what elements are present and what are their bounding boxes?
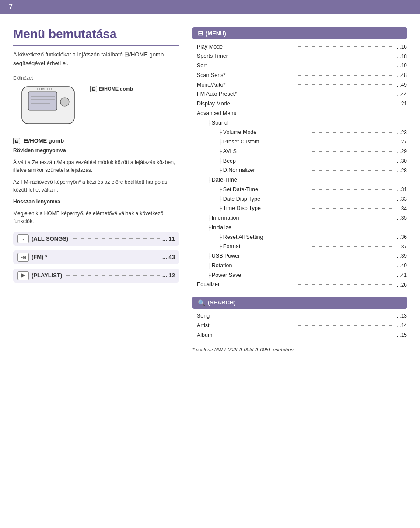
tree-page: ...27 xyxy=(397,138,407,146)
tree-label: Date Disp Type xyxy=(223,195,308,203)
menu-item-fm: FM (FM) * ... 43 xyxy=(13,250,179,264)
tree-page: ...37 xyxy=(397,243,407,251)
tree-dots xyxy=(297,75,395,76)
tree-label: Time Disp Type xyxy=(223,204,308,213)
tree-dots xyxy=(310,170,395,171)
tree-dots xyxy=(297,104,395,104)
tree-item: ├ Time Disp Type...34 xyxy=(196,204,407,213)
tree-item: ├ Set Date-Time...31 xyxy=(196,185,407,194)
tree-label: Power Save xyxy=(212,271,302,280)
tree-label: AVLS xyxy=(223,147,308,156)
tree-dots xyxy=(297,46,395,47)
tree-connector: ├ xyxy=(219,243,222,250)
tree-page: ...39 xyxy=(397,252,407,260)
tree-label: Artist xyxy=(197,322,295,330)
tree-dots xyxy=(310,189,395,190)
tree-connector: ├ xyxy=(207,176,211,184)
menu-section-header: ⊟ (MENU) xyxy=(192,27,407,39)
all-songs-icon: ♩ xyxy=(18,234,29,243)
tree-dots xyxy=(304,266,395,266)
tree-label: Song xyxy=(197,312,295,320)
tree-item: ├ Initialize xyxy=(196,223,407,232)
tree-connector: ├ xyxy=(207,252,211,260)
tree-label: Album xyxy=(197,331,295,339)
playlist-label: (PLAYLIST) xyxy=(32,272,62,279)
main-title: Menü bemutatása xyxy=(13,27,179,46)
tree-item: Sports Timer...18 xyxy=(196,52,407,61)
tree-page: ...13 xyxy=(397,312,407,320)
tree-page: ...19 xyxy=(397,62,407,70)
home-desc-short-title: Röviden megnyomva xyxy=(13,147,179,155)
tree-connector: ├ xyxy=(219,157,222,165)
page-number: 7 xyxy=(9,3,13,11)
tree-label: Play Mode xyxy=(197,43,295,51)
tree-page: ...16 xyxy=(397,43,407,51)
tree-connector: ├ xyxy=(219,167,222,174)
tree-dots xyxy=(297,316,395,316)
tree-label: Display Mode xyxy=(197,100,295,108)
tree-page: ...41 xyxy=(397,271,407,279)
svg-point-5 xyxy=(60,98,69,106)
tree-label: Sort xyxy=(197,62,295,70)
tree-dots xyxy=(310,237,395,237)
tree-label: Information xyxy=(212,214,302,222)
fm-dots xyxy=(50,257,160,257)
tree-page: ...49 xyxy=(397,81,407,89)
search-header-icon: 🔍 xyxy=(198,299,205,306)
tree-label: Initialize xyxy=(212,224,407,232)
menu-header-label: (MENU) xyxy=(206,30,226,37)
tree-dots xyxy=(297,84,395,85)
tree-connector: ├ xyxy=(219,138,222,146)
device-label: Elölnézet xyxy=(13,75,179,80)
svg-text:HOME CD: HOME CD xyxy=(37,87,52,91)
tree-page: ...33 xyxy=(397,195,407,203)
tree-page: ...15 xyxy=(397,331,407,339)
tree-connector: ├ xyxy=(207,272,211,279)
tree-item: ├ Preset Custom...27 xyxy=(196,137,407,147)
tree-dots xyxy=(297,325,395,326)
home-desc-short-text: Átvált a Zeneszám/Mappa vezérlési módok … xyxy=(13,158,179,175)
tree-page: ...29 xyxy=(397,147,407,155)
tree-item: ├ Information...35 xyxy=(196,213,407,223)
tree-label: Reset All Setting xyxy=(223,233,308,241)
tree-page: ...14 xyxy=(397,322,407,329)
tree-dots xyxy=(310,246,395,247)
tree-dots xyxy=(310,151,395,152)
left-column: Menü bemutatása A következő funkciókat a… xyxy=(13,27,179,352)
device-wrapper: Elölnézet HOME CD xyxy=(13,75,179,130)
tree-label: FM Auto Preset* xyxy=(197,90,295,98)
tree-page: ...21 xyxy=(397,100,407,108)
right-column: ⊟ (MENU) Play Mode...16Sports Timer...18… xyxy=(192,27,407,352)
search-section: 🔍 (SEARCH) Song...13Artist...14Album...1… xyxy=(192,297,407,340)
tree-page: ...34 xyxy=(397,205,407,213)
menu-header-icon: ⊟ xyxy=(198,30,203,37)
tree-connector: ├ xyxy=(207,214,211,222)
tree-item: ├ Format...37 xyxy=(196,242,407,252)
tree-item: Mono/Auto*...49 xyxy=(196,80,407,90)
home-desc-long-title: Hosszan lenyomva xyxy=(13,198,179,206)
home-gomb-label: ⊟ ⊟/HOME gomb xyxy=(90,86,133,92)
tree-dots xyxy=(297,284,395,285)
tree-item: Advanced Menu xyxy=(196,108,407,118)
fm-label: (FM) * xyxy=(32,254,47,260)
tree-label: Sports Timer xyxy=(197,52,295,60)
tree-label: Set Date-Time xyxy=(223,185,308,194)
tree-item: ├ USB Power...39 xyxy=(196,252,407,261)
tree-dots xyxy=(297,335,395,335)
tree-dots xyxy=(304,275,395,275)
tree-item: Equalizer...26 xyxy=(196,280,407,290)
tree-label: Rotation xyxy=(212,262,302,270)
tree-item: Play Mode...16 xyxy=(196,42,407,52)
content-area: Menü bemutatása A következő funkciókat a… xyxy=(0,14,420,361)
left-menu-items: ♩ (ALL SONGS) ... 11 FM (FM) * ... 43 xyxy=(13,232,179,283)
tree-label: Beep xyxy=(223,157,308,165)
tree-dots xyxy=(310,199,395,199)
tree-label: Sound xyxy=(212,119,407,127)
tree-page: ...36 xyxy=(397,233,407,241)
all-songs-dots xyxy=(71,238,160,239)
fm-icon: FM xyxy=(18,253,29,262)
tree-dots xyxy=(304,256,395,256)
tree-page: ...44 xyxy=(397,91,407,98)
tree-dots xyxy=(297,56,395,56)
tree-connector: ├ xyxy=(219,129,222,136)
